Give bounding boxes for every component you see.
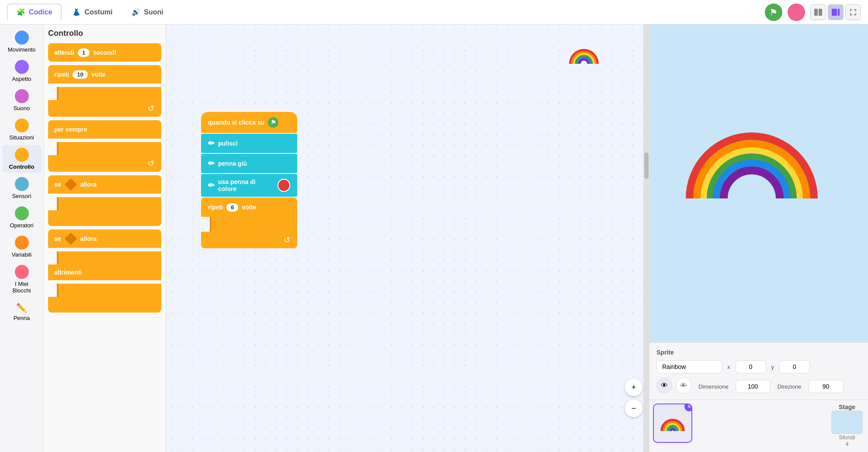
x-label: x: [727, 364, 730, 370]
sidebar-item-variabili[interactable]: Variabili: [2, 233, 42, 261]
stage-area: [649, 24, 868, 342]
script-stack: quando si clicca su ⚑ ✏ pulisci ✏ penna …: [201, 112, 297, 248]
situazioni-circle: [15, 118, 29, 132]
categories-sidebar: Movimento Aspetto Suono Situazioni Contr…: [0, 24, 44, 452]
block-per-sempre[interactable]: per sempre: [48, 120, 161, 139]
layout-split-button[interactable]: [810, 4, 826, 20]
sprite-thumbnail[interactable]: ✕: [653, 403, 692, 443]
direzione-input[interactable]: [809, 380, 844, 393]
stage-mini-preview[interactable]: [831, 410, 863, 434]
ripeti-value[interactable]: 10: [73, 70, 87, 79]
block-se-altrimenti-group: se allora altrimenti: [48, 229, 161, 313]
x-input[interactable]: [736, 360, 766, 373]
block-altrimenti-inner: [57, 284, 161, 297]
variabili-circle: [15, 236, 29, 250]
sensori-circle: [15, 177, 29, 191]
zoom-in-button[interactable]: +: [625, 379, 642, 396]
sidebar-item-operatori[interactable]: Operatori: [2, 204, 42, 231]
dimensione-input[interactable]: [736, 380, 771, 393]
sidebar-item-sensori[interactable]: Sensori: [2, 174, 42, 202]
hat-block[interactable]: quando si clicca su ⚑: [201, 112, 297, 133]
block-se-altrimenti[interactable]: se allora: [48, 229, 161, 248]
block-attendi[interactable]: attendi 1 secondi: [48, 43, 161, 62]
code-icon: 🧩: [17, 8, 25, 16]
svg-rect-2: [832, 9, 837, 16]
show-sprite-button[interactable]: 👁: [656, 378, 672, 393]
hide-sprite-button[interactable]: 👁: [676, 378, 691, 393]
attendi-suffix: secondi: [93, 49, 116, 56]
situazioni-label: Situazioni: [9, 134, 34, 141]
block-ripeti[interactable]: ripeti 10 volte: [48, 65, 161, 83]
stop-button[interactable]: [788, 3, 805, 21]
block-se-allora[interactable]: se allora: [48, 175, 161, 194]
tab-costumi[interactable]: 👗 Costumi: [63, 4, 121, 20]
block-script-ripeti[interactable]: ripeti 6 volte: [201, 198, 297, 217]
sidebar-item-suono[interactable]: Suono: [2, 87, 42, 114]
layout-fullscreen-button[interactable]: [845, 4, 861, 20]
sprite-delete-button[interactable]: ✕: [684, 403, 692, 411]
eye-slash-icon: 👁: [680, 382, 687, 389]
aspetto-circle: [15, 60, 29, 74]
green-flag-button[interactable]: ⚑: [765, 3, 782, 21]
color-picker-dot[interactable]: [278, 179, 290, 192]
script-ripeti-value[interactable]: 6: [226, 203, 238, 212]
variabili-label: Variabili: [12, 251, 31, 258]
penna-icon: ✏️: [15, 301, 29, 315]
block-script-usa-penna[interactable]: ✏ usa penna di colore: [201, 174, 297, 197]
sidebar-item-aspetto[interactable]: Aspetto: [2, 57, 42, 85]
script-area[interactable]: quando si clicca su ⚑ ✏ pulisci ✏ penna …: [166, 24, 649, 452]
sidebar-item-controllo[interactable]: Controllo: [2, 145, 42, 173]
per-sempre-label: per sempre: [54, 126, 87, 133]
dim-dir-row: Dimensione Direzione: [698, 380, 844, 393]
svg-rect-1: [819, 9, 822, 16]
sidebar-item-penna[interactable]: ✏️ Penna: [2, 298, 42, 324]
ripeti-arrow-icon: ↺: [284, 235, 290, 245]
ripeti-label: ripeti: [54, 71, 69, 78]
y-input[interactable]: [779, 360, 810, 373]
penna-label: Penna: [14, 315, 30, 321]
block-script-penna-giu[interactable]: ✏ penna giù: [201, 154, 297, 173]
se-label-1: se: [54, 181, 61, 188]
zoom-out-button[interactable]: −: [625, 400, 642, 417]
block-script-pulisci[interactable]: ✏ pulisci: [201, 134, 297, 153]
main-content: Movimento Aspetto Suono Situazioni Contr…: [0, 24, 868, 452]
script-ripeti-label: ripeti: [208, 204, 223, 211]
sprite-name-input[interactable]: [656, 360, 722, 373]
script-scrollbar[interactable]: [643, 24, 649, 452]
attendi-value[interactable]: 1: [78, 49, 90, 57]
costumi-icon: 👗: [72, 8, 81, 16]
operatori-label: Operatori: [10, 222, 33, 229]
stage-mini-area: Stage Sfondi 4: [830, 403, 865, 447]
aspetto-label: Aspetto: [12, 76, 31, 82]
layout-active-button[interactable]: [828, 4, 844, 20]
block-se-altrimenti-cap: [48, 297, 161, 313]
miei-blocchi-circle: [15, 265, 29, 279]
sidebar-item-situazioni[interactable]: Situazioni: [2, 116, 42, 143]
tab-code[interactable]: 🧩 Codice: [7, 3, 62, 21]
tab-suoni-label: Suoni: [144, 8, 163, 16]
sidebar-item-miei-blocchi[interactable]: I Miei Blocchi: [2, 262, 42, 296]
y-label: y: [771, 364, 774, 370]
block-se-allora-inner2: [57, 251, 161, 264]
controllo-label: Controllo: [9, 163, 35, 170]
stage-label: Stage: [839, 403, 855, 410]
zoom-buttons: + −: [625, 379, 642, 417]
operatori-circle: [15, 206, 29, 220]
sprite-info-title: Sprite: [656, 349, 861, 356]
ripeti-suffix: volte: [91, 71, 106, 78]
diamond-icon-1: [64, 178, 76, 191]
top-bar: 🧩 Codice 👗 Costumi 🔊 Suoni ⚑: [0, 0, 868, 24]
svg-rect-3: [838, 9, 840, 16]
sprite-info-vis-row: 👁 👁 Dimensione Direzione: [656, 378, 861, 393]
sidebar-item-movimento[interactable]: Movimento: [2, 28, 42, 56]
block-ripeti-group: ripeti 10 volte ↺: [48, 65, 161, 117]
script-ripeti-inner: [210, 217, 297, 232]
tab-suoni[interactable]: 🔊 Suoni: [123, 4, 172, 20]
pen-icon-2: ✏: [208, 159, 215, 168]
repeat-arrow-icon: ↺: [148, 104, 154, 113]
sprite-info-name-row: x y: [656, 360, 861, 373]
block-per-sempre-cap: ↺: [48, 155, 161, 172]
per-sempre-arrow-icon: ↺: [148, 159, 154, 168]
script-scrollbar-thumb[interactable]: [644, 153, 649, 179]
block-se-allora-group: se allora: [48, 175, 161, 226]
